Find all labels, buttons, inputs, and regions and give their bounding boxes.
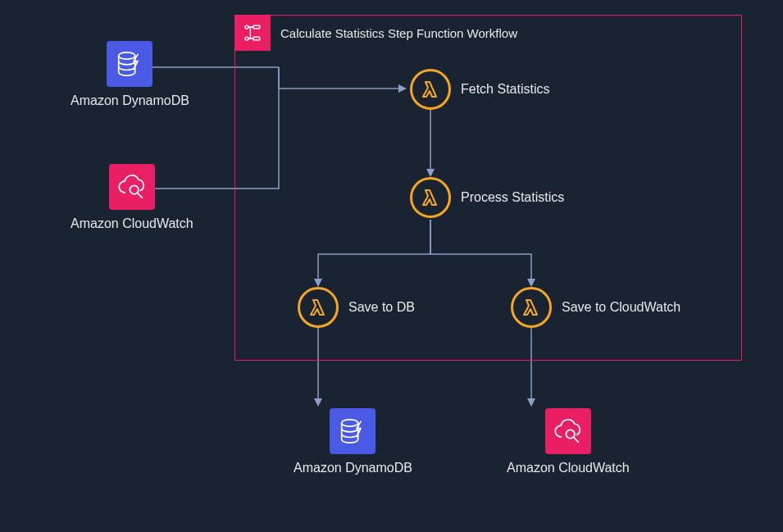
svg-point-6	[342, 420, 358, 426]
fetch-statistics-label: Fetch Statistics	[461, 82, 549, 97]
save-to-db-label: Save to DB	[348, 300, 415, 315]
lambda-icon	[410, 177, 451, 218]
save-to-cloudwatch-node: Save to CloudWatch	[511, 287, 681, 328]
dynamodb-left-label: Amazon DynamoDB	[71, 93, 189, 108]
dynamodb-bottom-label: Amazon DynamoDB	[294, 461, 412, 475]
dynamodb-icon	[107, 41, 153, 87]
svg-point-1	[245, 37, 248, 40]
lambda-icon	[298, 287, 339, 328]
cloudwatch-left-node: Amazon CloudWatch	[71, 164, 193, 231]
cloudwatch-icon	[109, 164, 155, 210]
dynamodb-bottom-node: Amazon DynamoDB	[294, 408, 412, 475]
svg-point-5	[130, 185, 139, 194]
lambda-icon	[410, 69, 451, 110]
cloudwatch-bottom-node: Amazon CloudWatch	[507, 408, 630, 475]
svg-point-0	[245, 25, 248, 29]
cloudwatch-bottom-label: Amazon CloudWatch	[507, 461, 630, 475]
svg-point-7	[566, 430, 575, 439]
svg-rect-3	[253, 37, 260, 40]
cloudwatch-left-label: Amazon CloudWatch	[71, 216, 193, 231]
cloudwatch-icon	[545, 408, 591, 454]
svg-rect-2	[253, 25, 260, 29]
save-to-db-node: Save to DB	[298, 287, 415, 328]
workflow-header: Calculate Statistics Step Function Workf…	[234, 15, 517, 51]
svg-point-4	[119, 52, 135, 59]
process-statistics-label: Process Statistics	[461, 190, 564, 205]
dynamodb-left-node: Amazon DynamoDB	[71, 41, 189, 108]
fetch-statistics-node: Fetch Statistics	[410, 69, 549, 110]
step-functions-icon	[234, 15, 271, 51]
save-to-cloudwatch-label: Save to CloudWatch	[562, 300, 681, 315]
workflow-title: Calculate Statistics Step Function Workf…	[280, 26, 517, 40]
process-statistics-node: Process Statistics	[410, 177, 564, 218]
dynamodb-icon	[330, 408, 376, 454]
lambda-icon	[511, 287, 552, 328]
